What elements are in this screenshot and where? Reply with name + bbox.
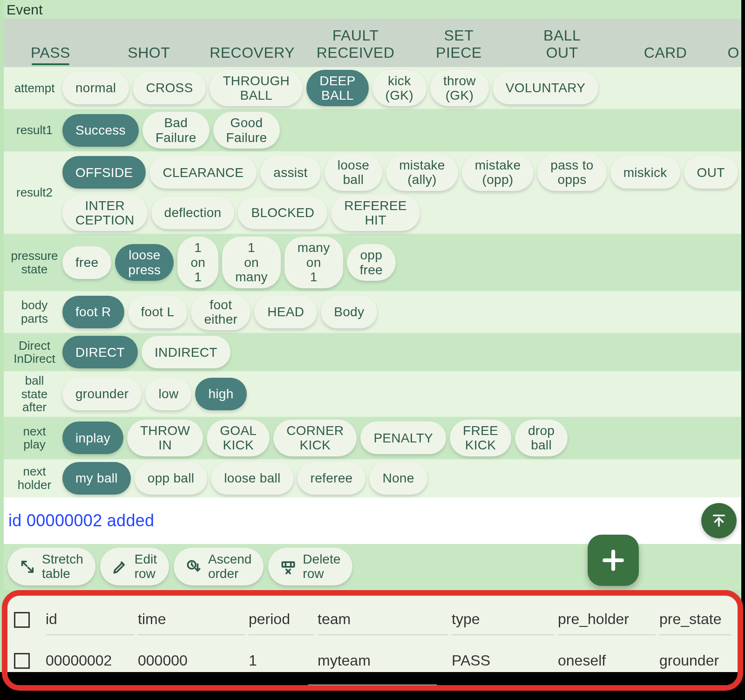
pill-nextplay-penalty[interactable]: PENALTY [360,421,446,454]
pill-result2-pass-to-opps[interactable]: pass to opps [537,154,606,191]
pill-nextplay-drop-ball[interactable]: drop ball [515,420,568,456]
stretch-table-button[interactable]: Stretch table [7,548,95,586]
tab-set-piece[interactable]: SET PIECE [407,22,510,67]
pill-pressure-1onmany[interactable]: 1 on many [222,237,281,288]
pill-nextholder-referee[interactable]: referee [298,462,366,495]
row-next-play: next play inplay THROW IN GOAL KICK CORN… [4,417,741,459]
pill-attempt-normal[interactable]: normal [62,72,129,104]
pill-nextholder-loose-ball[interactable]: loose ball [211,462,293,495]
right-black-strip [741,0,745,672]
event-panel: Event PASS SHOT RECOVERY FAULT RECEIVED … [4,0,741,497]
row-attempt: attempt normal CROSS THROUGH BALL DEEP B… [4,67,741,109]
row-x-icon [280,559,296,575]
row-label-body-parts: body parts [7,299,62,325]
edit-row-button[interactable]: Edit row [100,548,169,586]
pill-result2-assist[interactable]: assist [260,156,320,189]
pill-pressure-free[interactable]: free [62,246,111,279]
clock-sort-icon [186,559,202,575]
row-ball-state-after: ball state after grounder low high [4,371,741,417]
pill-attempt-throw-gk[interactable]: throw (GK) [430,70,489,107]
select-all-checkbox[interactable] [14,612,30,628]
pill-pressure-1on1[interactable]: 1 on 1 [177,237,218,288]
row-next-holder: next holder my ball opp ball loose ball … [4,459,741,497]
pill-result1-success[interactable]: Success [62,114,139,147]
pill-body-body[interactable]: Body [321,296,377,328]
pill-body-foot-l[interactable]: foot L [128,296,188,328]
pill-ballstate-high[interactable]: high [195,378,246,410]
pill-result2-out[interactable]: OUT [684,156,738,189]
pill-body-head[interactable]: HEAD [254,296,317,328]
row-direct-indirect: Direct InDirect DIRECT INDIRECT [4,333,741,371]
table-header-row: id time period team type pre_holder pre_… [14,602,731,644]
col-time: time [138,611,245,635]
pencil-icon [112,559,128,575]
pill-result2-loose-ball[interactable]: loose ball [325,154,382,191]
delete-row-button[interactable]: Delete row [268,548,352,586]
svg-rect-6 [283,562,295,567]
pill-direction-direct[interactable]: DIRECT [62,336,138,368]
tab-overflow[interactable]: O [717,40,741,67]
col-pre-holder: pre_holder [558,611,656,635]
row-checkbox[interactable] [14,653,30,669]
stretch-table-label: Stretch table [42,552,83,581]
pill-pressure-loose-press[interactable]: loose press [115,244,174,281]
ascend-order-label: Ascend order [208,552,251,581]
pill-result2-interception[interactable]: INTER CEPTION [62,195,148,231]
row-label-attempt: attempt [7,82,62,95]
col-period: period [249,611,314,635]
pill-attempt-voluntary[interactable]: VOLUNTARY [493,72,598,104]
pill-nextplay-throw-in[interactable]: THROW IN [127,420,203,456]
tab-fault-received[interactable]: FAULT RECEIVED [304,22,407,67]
add-row-button[interactable] [588,535,639,586]
tab-ball-out[interactable]: BALL OUT [510,22,614,67]
pill-nextholder-opp-ball[interactable]: opp ball [135,462,207,495]
pill-result2-deflection[interactable]: deflection [151,197,235,229]
pill-result2-miskick[interactable]: miskick [610,156,680,189]
row-label-ball-state-after: ball state after [7,374,62,414]
arrow-up-bar-icon [711,513,727,529]
pill-pressure-manyon1[interactable]: many on 1 [284,237,343,288]
pill-result2-mistake-ally[interactable]: mistake (ally) [386,154,458,191]
pill-attempt-kick-gk[interactable]: kick (GK) [372,70,427,107]
pill-result2-offside[interactable]: OFFSIDE [62,156,146,189]
pill-ballstate-low[interactable]: low [145,378,191,410]
pill-attempt-deep-ball[interactable]: DEEP BALL [306,70,368,107]
pill-nextplay-corner-kick[interactable]: CORNER KICK [273,420,357,456]
pill-nextholder-my-ball[interactable]: my ball [62,462,131,495]
pill-nextplay-inplay[interactable]: inplay [62,421,123,454]
scroll-to-top-button[interactable] [701,503,737,538]
col-id: id [46,611,134,635]
pill-nextplay-goal-kick[interactable]: GOAL KICK [207,420,270,456]
tab-recovery[interactable]: RECOVERY [201,40,304,67]
cell-type: PASS [452,652,554,669]
pill-nextholder-none[interactable]: None [369,462,427,495]
delete-row-label: Delete row [303,552,340,581]
pill-pressure-opp-free[interactable]: opp free [347,244,396,281]
expand-icon [20,559,35,575]
pill-result2-mistake-opp[interactable]: mistake (opp) [462,154,534,191]
pill-result1-good-failure[interactable]: Good Failure [213,112,280,149]
tab-card[interactable]: CARD [614,40,717,67]
event-tabs: PASS SHOT RECOVERY FAULT RECEIVED SET PI… [4,19,741,67]
pill-direction-indirect[interactable]: INDIRECT [142,336,230,368]
row-label-result1: result1 [7,123,62,137]
tab-pass[interactable]: PASS [4,40,97,67]
pill-result2-clearance[interactable]: CLEARANCE [149,156,257,189]
cell-team: myteam [318,652,448,669]
tab-shot[interactable]: SHOT [97,40,201,67]
pill-result2-referee-hit[interactable]: REFEREE HIT [331,195,420,231]
pill-attempt-cross[interactable]: CROSS [133,72,206,104]
ascend-order-button[interactable]: Ascend order [174,548,264,586]
pill-nextplay-free-kick[interactable]: FREE KICK [450,420,511,456]
cell-pre-state: grounder [659,652,731,669]
pill-body-foot-r[interactable]: foot R [62,296,124,328]
plus-icon [600,547,626,573]
pill-body-foot-either[interactable]: foot either [191,294,251,331]
pill-ballstate-grounder[interactable]: grounder [62,378,142,410]
row-label-result2: result2 [7,186,62,199]
home-indicator[interactable] [307,685,438,688]
pill-result1-bad-failure[interactable]: Bad Failure [142,112,210,149]
pill-attempt-through-ball[interactable]: THROUGH BALL [210,70,303,107]
pill-result2-blocked[interactable]: BLOCKED [238,197,327,229]
row-label-direct-indirect: Direct InDirect [7,339,62,366]
